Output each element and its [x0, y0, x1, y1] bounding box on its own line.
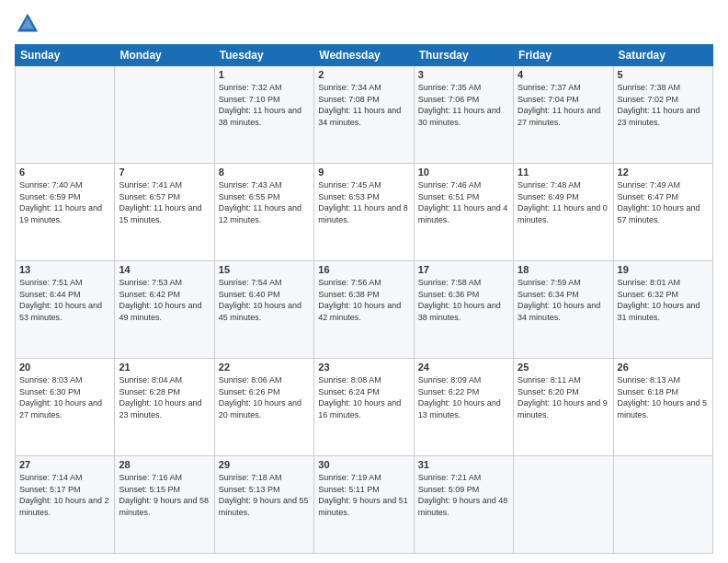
day-number: 7 [119, 167, 210, 178]
weekday-row: SundayMondayTuesdayWednesdayThursdayFrid… [16, 45, 713, 66]
day-number: 10 [418, 167, 509, 178]
calendar-body: 1Sunrise: 7:32 AM Sunset: 7:10 PM Daylig… [16, 66, 713, 554]
day-number: 12 [618, 167, 709, 178]
day-cell: 23Sunrise: 8:08 AM Sunset: 6:24 PM Dayli… [314, 359, 414, 456]
day-cell [16, 66, 115, 164]
day-number: 24 [418, 362, 509, 373]
day-cell: 13Sunrise: 7:51 AM Sunset: 6:44 PM Dayli… [16, 261, 115, 359]
day-cell: 19Sunrise: 8:01 AM Sunset: 6:32 PM Dayli… [613, 261, 712, 359]
day-info: Sunrise: 7:34 AM Sunset: 7:08 PM Dayligh… [318, 82, 409, 128]
day-info: Sunrise: 8:11 AM Sunset: 6:20 PM Dayligh… [518, 374, 609, 420]
day-info: Sunrise: 8:06 AM Sunset: 6:26 PM Dayligh… [219, 374, 310, 420]
day-cell: 28Sunrise: 7:16 AM Sunset: 5:15 PM Dayli… [115, 456, 214, 554]
header [15, 11, 713, 37]
day-cell: 24Sunrise: 8:09 AM Sunset: 6:22 PM Dayli… [414, 359, 513, 456]
day-cell: 22Sunrise: 8:06 AM Sunset: 6:26 PM Dayli… [214, 359, 313, 456]
day-info: Sunrise: 7:43 AM Sunset: 6:55 PM Dayligh… [219, 179, 310, 225]
day-cell [514, 456, 613, 554]
page: SundayMondayTuesdayWednesdayThursdayFrid… [0, 0, 728, 563]
day-number: 4 [518, 69, 609, 80]
day-info: Sunrise: 7:59 AM Sunset: 6:34 PM Dayligh… [518, 277, 609, 323]
day-cell: 14Sunrise: 7:53 AM Sunset: 6:42 PM Dayli… [115, 261, 214, 359]
day-number: 1 [219, 69, 310, 80]
day-cell: 1Sunrise: 7:32 AM Sunset: 7:10 PM Daylig… [214, 66, 313, 164]
day-number: 21 [119, 362, 210, 373]
week-row-1: 1Sunrise: 7:32 AM Sunset: 7:10 PM Daylig… [16, 66, 713, 164]
day-cell: 2Sunrise: 7:34 AM Sunset: 7:08 PM Daylig… [314, 66, 414, 164]
day-info: Sunrise: 8:13 AM Sunset: 6:18 PM Dayligh… [618, 374, 709, 420]
day-number: 26 [618, 362, 709, 373]
day-info: Sunrise: 7:56 AM Sunset: 6:38 PM Dayligh… [318, 277, 409, 323]
day-cell: 21Sunrise: 8:04 AM Sunset: 6:28 PM Dayli… [115, 359, 214, 456]
weekday-header-wednesday: Wednesday [314, 45, 414, 66]
day-cell: 9Sunrise: 7:45 AM Sunset: 6:53 PM Daylig… [314, 164, 414, 261]
day-cell: 17Sunrise: 7:58 AM Sunset: 6:36 PM Dayli… [414, 261, 513, 359]
day-info: Sunrise: 7:37 AM Sunset: 7:04 PM Dayligh… [518, 82, 609, 128]
day-number: 8 [219, 167, 310, 178]
logo [15, 11, 44, 37]
day-number: 6 [19, 167, 110, 178]
day-cell: 27Sunrise: 7:14 AM Sunset: 5:17 PM Dayli… [16, 456, 115, 554]
day-cell [613, 456, 712, 554]
day-cell: 7Sunrise: 7:41 AM Sunset: 6:57 PM Daylig… [115, 164, 214, 261]
day-info: Sunrise: 7:48 AM Sunset: 6:49 PM Dayligh… [518, 179, 609, 225]
day-info: Sunrise: 7:51 AM Sunset: 6:44 PM Dayligh… [19, 277, 110, 323]
day-cell: 20Sunrise: 8:03 AM Sunset: 6:30 PM Dayli… [16, 359, 115, 456]
day-cell: 10Sunrise: 7:46 AM Sunset: 6:51 PM Dayli… [414, 164, 513, 261]
day-info: Sunrise: 7:53 AM Sunset: 6:42 PM Dayligh… [119, 277, 210, 323]
day-number: 25 [518, 362, 609, 373]
day-cell: 25Sunrise: 8:11 AM Sunset: 6:20 PM Dayli… [514, 359, 613, 456]
day-cell: 29Sunrise: 7:18 AM Sunset: 5:13 PM Dayli… [214, 456, 313, 554]
day-number: 5 [618, 69, 709, 80]
day-number: 29 [219, 459, 310, 470]
day-info: Sunrise: 8:08 AM Sunset: 6:24 PM Dayligh… [318, 374, 409, 420]
logo-icon [15, 11, 40, 37]
day-info: Sunrise: 7:35 AM Sunset: 7:06 PM Dayligh… [418, 82, 509, 128]
weekday-header-friday: Friday [514, 45, 613, 66]
day-number: 2 [318, 69, 409, 80]
weekday-header-tuesday: Tuesday [214, 45, 313, 66]
day-info: Sunrise: 7:16 AM Sunset: 5:15 PM Dayligh… [119, 472, 210, 518]
day-info: Sunrise: 7:49 AM Sunset: 6:47 PM Dayligh… [618, 179, 709, 225]
day-number: 27 [19, 459, 110, 470]
day-number: 31 [418, 459, 509, 470]
day-info: Sunrise: 7:38 AM Sunset: 7:02 PM Dayligh… [618, 82, 709, 128]
day-number: 19 [618, 264, 709, 275]
day-info: Sunrise: 7:46 AM Sunset: 6:51 PM Dayligh… [418, 179, 509, 225]
day-cell: 31Sunrise: 7:21 AM Sunset: 5:09 PM Dayli… [414, 456, 513, 554]
day-info: Sunrise: 7:32 AM Sunset: 7:10 PM Dayligh… [219, 82, 310, 128]
day-info: Sunrise: 7:41 AM Sunset: 6:57 PM Dayligh… [119, 179, 210, 225]
day-info: Sunrise: 7:45 AM Sunset: 6:53 PM Dayligh… [318, 179, 409, 225]
day-cell: 15Sunrise: 7:54 AM Sunset: 6:40 PM Dayli… [214, 261, 313, 359]
calendar-header: SundayMondayTuesdayWednesdayThursdayFrid… [16, 45, 713, 66]
day-cell: 8Sunrise: 7:43 AM Sunset: 6:55 PM Daylig… [214, 164, 313, 261]
day-number: 17 [418, 264, 509, 275]
day-info: Sunrise: 7:18 AM Sunset: 5:13 PM Dayligh… [219, 472, 310, 518]
week-row-5: 27Sunrise: 7:14 AM Sunset: 5:17 PM Dayli… [16, 456, 713, 554]
day-info: Sunrise: 7:40 AM Sunset: 6:59 PM Dayligh… [19, 179, 110, 225]
day-cell: 30Sunrise: 7:19 AM Sunset: 5:11 PM Dayli… [314, 456, 414, 554]
day-info: Sunrise: 7:14 AM Sunset: 5:17 PM Dayligh… [19, 472, 110, 518]
weekday-header-monday: Monday [115, 45, 214, 66]
day-info: Sunrise: 7:58 AM Sunset: 6:36 PM Dayligh… [418, 277, 509, 323]
day-number: 30 [318, 459, 409, 470]
day-number: 14 [119, 264, 210, 275]
day-info: Sunrise: 8:03 AM Sunset: 6:30 PM Dayligh… [19, 374, 110, 420]
day-number: 9 [318, 167, 409, 178]
week-row-4: 20Sunrise: 8:03 AM Sunset: 6:30 PM Dayli… [16, 359, 713, 456]
day-cell: 4Sunrise: 7:37 AM Sunset: 7:04 PM Daylig… [514, 66, 613, 164]
day-cell: 5Sunrise: 7:38 AM Sunset: 7:02 PM Daylig… [613, 66, 712, 164]
day-number: 13 [19, 264, 110, 275]
week-row-3: 13Sunrise: 7:51 AM Sunset: 6:44 PM Dayli… [16, 261, 713, 359]
day-number: 20 [19, 362, 110, 373]
day-number: 3 [418, 69, 509, 80]
weekday-header-thursday: Thursday [414, 45, 513, 66]
day-cell: 11Sunrise: 7:48 AM Sunset: 6:49 PM Dayli… [514, 164, 613, 261]
day-info: Sunrise: 7:54 AM Sunset: 6:40 PM Dayligh… [219, 277, 310, 323]
day-info: Sunrise: 8:09 AM Sunset: 6:22 PM Dayligh… [418, 374, 509, 420]
day-cell: 18Sunrise: 7:59 AM Sunset: 6:34 PM Dayli… [514, 261, 613, 359]
day-number: 15 [219, 264, 310, 275]
day-info: Sunrise: 8:01 AM Sunset: 6:32 PM Dayligh… [618, 277, 709, 323]
day-number: 23 [318, 362, 409, 373]
week-row-2: 6Sunrise: 7:40 AM Sunset: 6:59 PM Daylig… [16, 164, 713, 261]
